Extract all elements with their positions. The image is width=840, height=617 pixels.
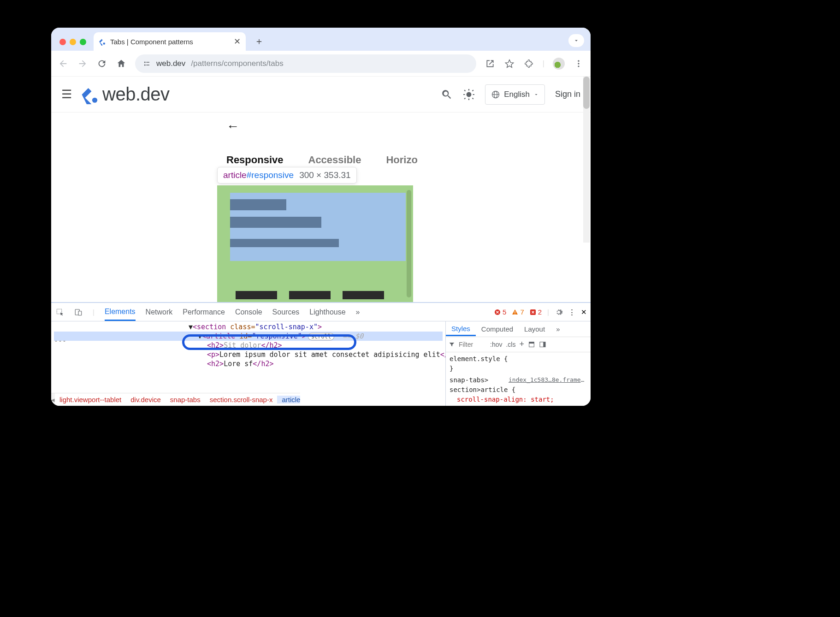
styles-tabs: Styles Computed Layout » xyxy=(446,321,591,337)
issues-counter[interactable]: 2 xyxy=(530,308,542,316)
crumb-item[interactable]: light.viewport--tablet xyxy=(55,396,126,403)
tab-horizontal[interactable]: Horizo xyxy=(386,154,417,166)
computed-styles-icon[interactable] xyxy=(528,341,535,348)
site-name: web.dev xyxy=(102,84,169,105)
styles-rules[interactable]: element.style { } index_1c583…8e.frame:5… xyxy=(446,352,591,406)
styles-tab-styles[interactable]: Styles xyxy=(446,325,476,336)
browser-window: Tabs | Component patterns ✕ ＋ web.dev/pa… xyxy=(51,28,591,406)
devtools-more-tabs-icon[interactable]: » xyxy=(356,308,360,316)
browser-menu-icon[interactable] xyxy=(573,58,584,69)
styles-more-tabs-icon[interactable]: » xyxy=(550,325,565,333)
svg-rect-26 xyxy=(515,314,515,314)
crumb-item[interactable]: div.device xyxy=(126,396,166,403)
svg-rect-4 xyxy=(146,65,149,65)
favicon-icon xyxy=(98,37,106,46)
url-domain: web.dev xyxy=(156,59,185,68)
maximize-window-icon[interactable] xyxy=(80,39,86,45)
inspect-element-icon[interactable] xyxy=(56,308,64,316)
new-tab-button[interactable]: ＋ xyxy=(252,34,266,48)
reload-button[interactable] xyxy=(96,58,107,69)
devtools-tab-elements[interactable]: Elements xyxy=(105,308,136,321)
svg-point-0 xyxy=(103,42,106,45)
home-button[interactable] xyxy=(116,58,127,69)
preview-scrollbar[interactable] xyxy=(407,190,411,297)
devtools-tab-network[interactable]: Network xyxy=(146,308,173,316)
language-selector[interactable]: English xyxy=(485,84,545,105)
cls-toggle[interactable]: .cls xyxy=(506,341,515,348)
svg-rect-25 xyxy=(515,311,515,313)
svg-point-7 xyxy=(578,65,579,67)
annotation-highlight xyxy=(182,334,356,350)
devtools-close-icon[interactable]: ✕ xyxy=(581,308,587,316)
demo-card: ← Responsive Accessible Horizo article#r… xyxy=(213,113,418,302)
tab-title: Tabs | Component patterns xyxy=(110,38,229,46)
svg-rect-31 xyxy=(543,342,545,347)
svg-point-8 xyxy=(92,97,97,102)
new-style-rule-icon[interactable]: + xyxy=(519,339,524,349)
svg-point-3 xyxy=(144,64,146,65)
site-header: ☰ web.dev English Sign in xyxy=(51,77,591,113)
devtools-tab-sources[interactable]: Sources xyxy=(272,308,300,316)
page-content: ← Responsive Accessible Horizo article#r… xyxy=(51,113,591,302)
share-icon[interactable] xyxy=(485,58,496,69)
devtools-tab-lighthouse[interactable]: Lighthouse xyxy=(309,308,345,316)
tab-responsive[interactable]: Responsive xyxy=(226,154,284,166)
devtools-settings-icon[interactable] xyxy=(555,308,563,316)
dom-tree[interactable]: ▼<section class="scroll-snap-x"> ••• ▼<a… xyxy=(51,321,445,406)
filter-icon xyxy=(449,341,455,348)
search-tabs-button[interactable] xyxy=(568,34,584,47)
error-counter[interactable]: 5 xyxy=(494,308,506,316)
styles-tab-layout[interactable]: Layout xyxy=(519,325,550,333)
dom-breadcrumbs: ◂ light.viewport--tablet div.device snap… xyxy=(51,393,300,406)
svg-rect-23 xyxy=(78,311,82,315)
tooltip-dimensions: 300 × 353.31 xyxy=(299,170,350,180)
svg-line-14 xyxy=(464,90,465,91)
device-toolbar-icon[interactable] xyxy=(74,308,83,316)
profile-avatar[interactable] xyxy=(553,58,565,70)
tab-accessible[interactable]: Accessible xyxy=(308,154,361,166)
sign-in-button[interactable]: Sign in xyxy=(555,89,580,99)
styles-pane: Styles Computed Layout » :hov .cls + ele… xyxy=(445,321,591,406)
site-logo[interactable]: web.dev xyxy=(80,84,169,105)
bookmark-icon[interactable] xyxy=(504,58,515,69)
hamburger-menu-icon[interactable]: ☰ xyxy=(61,87,72,101)
toolbar-right: | xyxy=(485,58,584,70)
minimize-window-icon[interactable] xyxy=(70,39,76,45)
crumb-scroll-left-icon[interactable]: ◂ xyxy=(51,393,55,406)
svg-rect-2 xyxy=(146,62,149,63)
close-window-icon[interactable] xyxy=(59,39,66,45)
close-tab-icon[interactable]: ✕ xyxy=(233,37,241,46)
devtools-menu-icon[interactable]: ⋮ xyxy=(568,308,575,316)
url-path: /patterns/components/tabs xyxy=(191,59,283,68)
browser-tab[interactable]: Tabs | Component patterns ✕ xyxy=(94,32,246,51)
site-info-icon[interactable] xyxy=(142,59,151,68)
styles-tab-computed[interactable]: Computed xyxy=(476,325,519,333)
demo-tabs: Responsive Accessible Horizo xyxy=(226,154,418,166)
browser-toolbar: web.dev/patterns/components/tabs | xyxy=(51,51,591,77)
extensions-icon[interactable] xyxy=(523,58,534,69)
warning-counter[interactable]: 7 xyxy=(512,308,524,316)
stylesheet-source-link[interactable]: index_1c583…8e.frame:50 xyxy=(509,375,587,385)
devtools-panel: | Elements Network Performance Console S… xyxy=(51,302,591,406)
crumb-item[interactable]: snap-tabs xyxy=(166,396,205,403)
svg-line-16 xyxy=(473,90,473,91)
devtools-tab-console[interactable]: Console xyxy=(235,308,262,316)
svg-line-15 xyxy=(473,98,473,99)
svg-point-1 xyxy=(144,61,146,63)
crumb-item[interactable]: section.scroll-snap-x xyxy=(205,396,278,403)
search-icon[interactable] xyxy=(441,89,453,101)
forward-button[interactable] xyxy=(77,58,88,69)
window-controls xyxy=(57,39,91,51)
address-bar[interactable]: web.dev/patterns/components/tabs xyxy=(135,54,476,73)
back-button[interactable] xyxy=(58,58,69,69)
crumb-item-active[interactable]: article#responsive xyxy=(277,396,300,403)
tab-strip: Tabs | Component patterns ✕ ＋ xyxy=(51,28,591,51)
element-highlight-overlay xyxy=(217,185,413,302)
back-arrow-icon[interactable]: ← xyxy=(226,119,239,134)
theme-toggle-icon[interactable] xyxy=(463,89,475,101)
styles-filter-input[interactable] xyxy=(459,341,486,348)
svg-line-17 xyxy=(464,98,465,99)
devtools-tab-performance[interactable]: Performance xyxy=(183,308,225,316)
hov-toggle[interactable]: :hov xyxy=(490,341,502,348)
toggle-sidebar-icon[interactable] xyxy=(539,341,546,348)
